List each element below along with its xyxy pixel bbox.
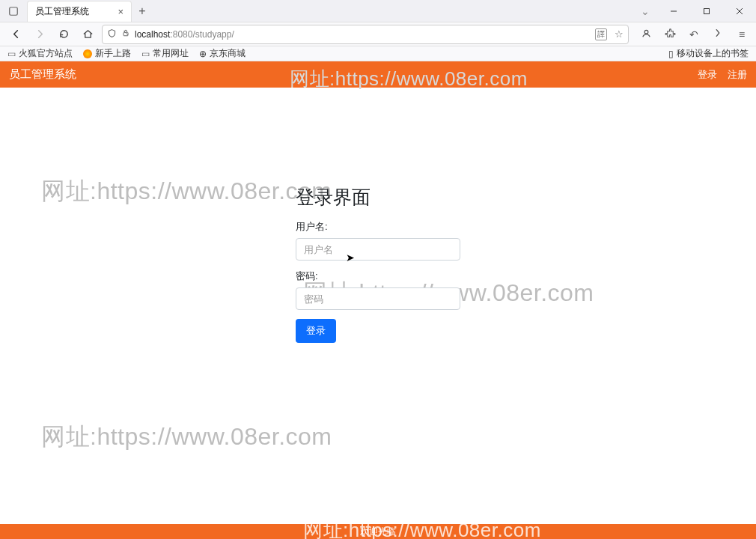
tab-title: 员工管理系统: [35, 5, 89, 18]
undo-icon[interactable]: ↶: [686, 28, 702, 40]
lock-icon[interactable]: [121, 28, 130, 40]
password-input[interactable]: [296, 287, 460, 310]
username-label: 用户名:: [296, 220, 460, 234]
bookmark-mobile-devices[interactable]: ▯ 移动设备上的书签: [668, 47, 749, 60]
bookmark-label: 新手上路: [95, 47, 131, 60]
login-heading: 登录界面: [296, 185, 460, 210]
close-icon[interactable]: ×: [118, 6, 124, 17]
browser-tab[interactable]: 员工管理系统 ×: [27, 1, 132, 22]
bookmark-getting-started[interactable]: 新手上路: [83, 47, 131, 60]
login-button[interactable]: 登录: [296, 319, 336, 343]
url-text: localhost:8080/studyapp/: [135, 29, 234, 40]
firefox-icon: [83, 49, 92, 58]
address-bar[interactable]: localhost:8080/studyapp/ 譯 ☆: [102, 25, 629, 44]
new-tab-button[interactable]: +: [132, 4, 153, 18]
reader-mode-badge[interactable]: 譯: [595, 28, 607, 40]
watermark-text: 网址:https://www.08er.com: [41, 421, 332, 454]
browser-toolbar: localhost:8080/studyapp/ 譯 ☆ ↶ ≡: [0, 22, 756, 46]
window-titlebar: 员工管理系统 × + ⌄: [0, 0, 756, 22]
bookmark-firefox-official[interactable]: ▭ 火狐官方站点: [7, 47, 73, 60]
workspaces-icon[interactable]: [4, 2, 22, 20]
watermark-text: 网址:https://www.08er.com: [290, 66, 528, 92]
svg-point-7: [644, 30, 648, 34]
bookmark-star-icon[interactable]: ☆: [615, 28, 624, 40]
login-form: 登录界面 用户名: 密码: 登录: [296, 185, 460, 343]
bookmark-label: 移动设备上的书签: [677, 47, 749, 60]
close-window-button[interactable]: [723, 0, 756, 22]
shield-icon[interactable]: [107, 28, 117, 40]
bookmark-label: 火狐官方站点: [19, 47, 73, 60]
bookmark-label: 常用网址: [153, 47, 189, 60]
globe-icon: ⊕: [199, 49, 207, 59]
mobile-icon: ▯: [668, 49, 674, 59]
svg-rect-2: [704, 8, 710, 13]
chevron-down-icon[interactable]: ⌄: [641, 5, 650, 17]
url-path: :8080/studyapp/: [170, 29, 234, 40]
password-label: 密码:: [296, 270, 460, 283]
menu-icon[interactable]: ≡: [734, 28, 750, 40]
account-icon[interactable]: [638, 28, 654, 41]
bookmark-jd[interactable]: ⊕ 京东商城: [199, 47, 246, 60]
reload-button[interactable]: [54, 25, 73, 44]
bookmark-common-sites[interactable]: ▭ 常用网址: [141, 47, 189, 60]
folder-icon: ▭: [141, 49, 150, 59]
maximize-button[interactable]: [690, 0, 723, 22]
forward-button[interactable]: [30, 25, 49, 44]
username-input[interactable]: [296, 238, 460, 261]
app-header: 员工管理系统 登录 注册 网址:https://www.08er.com: [0, 61, 756, 88]
folder-icon: ▭: [7, 49, 16, 59]
svg-rect-0: [10, 7, 18, 15]
app-title: 员工管理系统: [9, 67, 76, 82]
footer-text: 欢迎光临: [360, 526, 396, 538]
minimize-button[interactable]: [657, 0, 690, 22]
home-button[interactable]: [78, 25, 97, 44]
svg-line-6: [124, 31, 128, 35]
register-link[interactable]: 注册: [728, 68, 747, 82]
bookmark-label: 京东商城: [210, 47, 246, 60]
header-nav-links: 登录 注册: [698, 68, 747, 82]
login-link[interactable]: 登录: [698, 68, 717, 82]
url-host: localhost: [135, 29, 170, 40]
page-content: 员工管理系统 登录 注册 网址:https://www.08er.com 网址:…: [0, 61, 756, 524]
back-button[interactable]: [6, 25, 25, 44]
watermark-text: 网址:https://www.08er.com: [41, 175, 332, 208]
app-footer: 网址:https://www.08er.com 欢迎光临: [0, 524, 756, 539]
overflow-icon[interactable]: [710, 28, 726, 40]
bookmarks-bar: ▭ 火狐官方站点 新手上路 ▭ 常用网址 ⊕ 京东商城 ▯ 移动设备上的书签: [0, 46, 756, 61]
extensions-icon[interactable]: [662, 28, 678, 41]
